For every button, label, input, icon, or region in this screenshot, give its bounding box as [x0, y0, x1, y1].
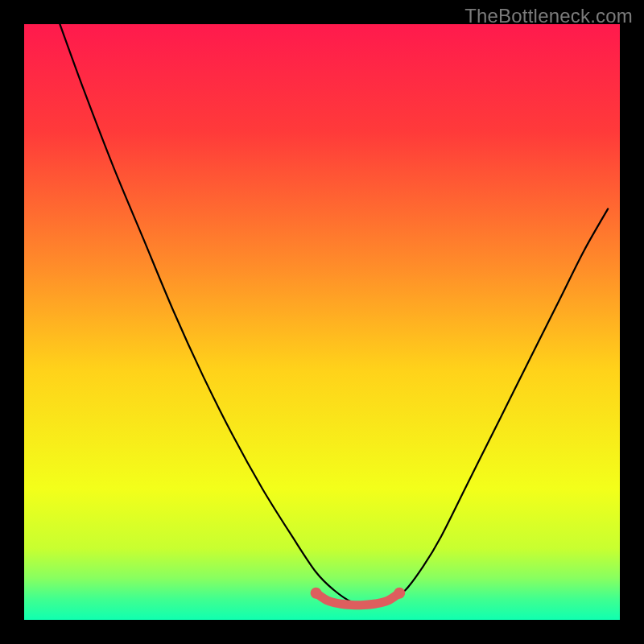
chart-svg — [24, 24, 620, 620]
gradient-background — [24, 24, 620, 620]
chart-frame: TheBottleneck.com — [0, 0, 644, 644]
watermark-text: TheBottleneck.com — [464, 5, 633, 27]
svg-point-0 — [311, 588, 322, 599]
plot-area — [24, 24, 620, 620]
svg-point-1 — [394, 588, 405, 599]
